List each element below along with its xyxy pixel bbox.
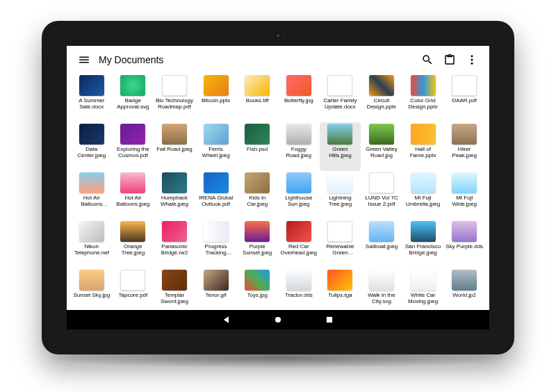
file-item[interactable]: San Francisco Bridge.jpeg — [402, 220, 444, 268]
file-label: Nikon Telephone.nef — [72, 243, 111, 256]
file-thumbnail — [286, 75, 311, 96]
file-item[interactable]: Foggy Road.jpeg — [278, 122, 320, 171]
nav-recents-button[interactable] — [325, 315, 334, 325]
file-item[interactable]: Tractor.dds — [278, 268, 320, 310]
nav-back-button[interactable] — [222, 315, 231, 325]
file-item[interactable]: Walk in the City.svg — [361, 268, 402, 310]
file-item[interactable]: LUND Vol 7C Issue 2.pdf — [361, 171, 402, 220]
file-item[interactable]: Hot Air Balloons Wide.jpeg — [71, 171, 113, 220]
file-label: Hot Air Balloons Wide.jpeg — [72, 195, 111, 207]
svg-point-1 — [471, 59, 473, 61]
file-item[interactable]: Panasonic Bridge.rw2 — [154, 220, 195, 268]
file-label: DAAR.pdf — [452, 97, 477, 104]
file-thumbnail — [79, 172, 104, 193]
file-item[interactable]: Ferris Wheel.jpeg — [195, 122, 237, 171]
overflow-menu-button[interactable] — [461, 49, 482, 70]
file-item[interactable]: Data Center.jpeg — [71, 122, 113, 171]
file-item[interactable]: Carter Family Update.docx — [320, 74, 361, 122]
file-label: Lighthouse Sun.jpeg — [279, 195, 318, 207]
clipboard-button[interactable] — [439, 49, 460, 70]
file-item[interactable]: Hiker Peak.jpeg — [443, 122, 485, 171]
file-item[interactable]: Exploring the Cosmos.pdf — [113, 122, 154, 171]
file-label: Tapcore.pdf — [118, 292, 147, 298]
svg-point-3 — [275, 317, 281, 322]
file-item[interactable]: Humpback Whale.jpeg — [154, 171, 195, 220]
file-thumbnail — [204, 75, 229, 96]
file-item[interactable]: Green Valley Road.jpg — [361, 122, 402, 171]
file-item[interactable]: Color Grid Design.pptx — [402, 74, 444, 122]
app-toolbar: My Documents — [67, 46, 489, 74]
file-item[interactable]: Progress Tracking SDG7... — [195, 220, 237, 268]
file-item[interactable]: Lighthouse Sun.jpeg — [278, 171, 320, 220]
file-label: Panasonic Bridge.rw2 — [155, 243, 194, 256]
file-item[interactable]: Sailboat.jpeg — [361, 220, 402, 268]
file-item[interactable]: Renewable Green Energy.p... — [320, 220, 361, 268]
file-item[interactable]: Badge Approval.svg — [113, 74, 154, 122]
file-item[interactable]: Tenor.gif — [195, 268, 237, 310]
file-label: Mt Fuji Wide.jpeg — [445, 195, 484, 207]
file-thumbnail — [452, 270, 477, 291]
file-label: Walk in the City.svg — [362, 292, 401, 304]
file-thumbnail — [369, 75, 394, 96]
camera-dot — [275, 33, 281, 38]
search-button[interactable] — [417, 49, 438, 70]
file-thumbnail — [245, 75, 270, 96]
file-label: Kids in Car.jpeg — [238, 195, 277, 207]
file-item[interactable]: World.jp2 — [443, 268, 485, 310]
file-item[interactable]: Sky Purple.dds — [443, 220, 485, 268]
file-item[interactable]: Nikon Telephone.nef — [71, 220, 113, 268]
file-thumbnail — [286, 270, 311, 291]
file-item[interactable]: Tapcore.pdf — [113, 268, 154, 310]
file-item[interactable]: A Summer Sale.docx — [71, 74, 113, 122]
file-label: Hiker Peak.jpeg — [445, 146, 484, 158]
file-thumbnail — [411, 270, 436, 291]
file-item[interactable]: Hall of Fame.pptx — [402, 122, 444, 171]
file-label: Exploring the Cosmos.pdf — [113, 146, 152, 158]
file-item[interactable]: Green Hills.jpeg — [320, 122, 361, 171]
file-thumbnail — [120, 221, 145, 242]
file-thumbnail — [452, 124, 477, 145]
file-item[interactable]: Purple Sunset.jpeg — [236, 220, 278, 268]
file-item[interactable]: Hot Air Balloons.jpeg — [113, 171, 154, 220]
file-item[interactable]: Lightning Tree.jpeg — [320, 171, 361, 220]
file-item[interactable]: Butterfly.jpg — [278, 74, 320, 122]
file-item[interactable]: Fall Road.jpeg — [154, 122, 195, 171]
menu-icon — [78, 54, 90, 66]
file-item[interactable]: Books.tiff — [236, 74, 278, 122]
file-thumbnail — [452, 221, 477, 242]
file-item[interactable]: Sunset Sky.jpg — [71, 268, 113, 310]
file-item[interactable]: Toys.jpg — [236, 268, 278, 310]
file-item[interactable]: Bio Technology Roadmap.pdf — [154, 74, 195, 122]
file-item[interactable]: Red Car Overhead.jpeg — [278, 220, 320, 268]
file-thumbnail — [286, 221, 311, 242]
hamburger-menu-button[interactable] — [74, 49, 95, 70]
square-recents-icon — [325, 315, 334, 325]
file-item[interactable]: Mt Fuji Umbrella.jpeg — [402, 171, 444, 220]
file-item[interactable]: Tulips.tga — [320, 268, 361, 310]
file-label: Red Car Overhead.jpeg — [279, 243, 318, 256]
file-item[interactable]: Templar Sword.jpeg — [154, 268, 195, 310]
file-item[interactable]: DAAR.pdf — [443, 74, 485, 122]
file-thumbnail — [162, 172, 187, 193]
file-label: Hall of Fame.pptx — [404, 146, 443, 158]
file-item[interactable]: IRENA Global Outlook.pdf — [195, 171, 237, 220]
file-label: Green Valley Road.jpg — [362, 146, 401, 158]
file-thumbnail — [162, 75, 187, 96]
file-item[interactable]: Circuit Design.pptx — [361, 74, 402, 122]
file-label: Lightning Tree.jpeg — [320, 195, 359, 207]
file-item[interactable]: Fish.psd — [236, 122, 278, 171]
file-item[interactable]: White Car Moving.jpeg — [402, 268, 444, 310]
file-item[interactable]: Bitcoin.pptx — [195, 74, 237, 122]
file-item[interactable]: Orange Tree.jpeg — [113, 220, 154, 268]
file-thumbnail — [204, 124, 229, 145]
file-thumbnail — [452, 172, 477, 193]
file-thumbnail — [245, 221, 270, 242]
file-thumbnail — [327, 172, 352, 193]
file-label: Orange Tree.jpeg — [113, 243, 152, 256]
file-item[interactable]: Kids in Car.jpeg — [236, 171, 278, 220]
file-label: Badge Approval.svg — [113, 97, 152, 110]
nav-home-button[interactable] — [273, 315, 283, 325]
file-label: Progress Tracking SDG7... — [197, 243, 236, 256]
file-label: Purple Sunset.jpeg — [238, 243, 277, 256]
file-item[interactable]: Mt Fuji Wide.jpeg — [443, 171, 485, 220]
